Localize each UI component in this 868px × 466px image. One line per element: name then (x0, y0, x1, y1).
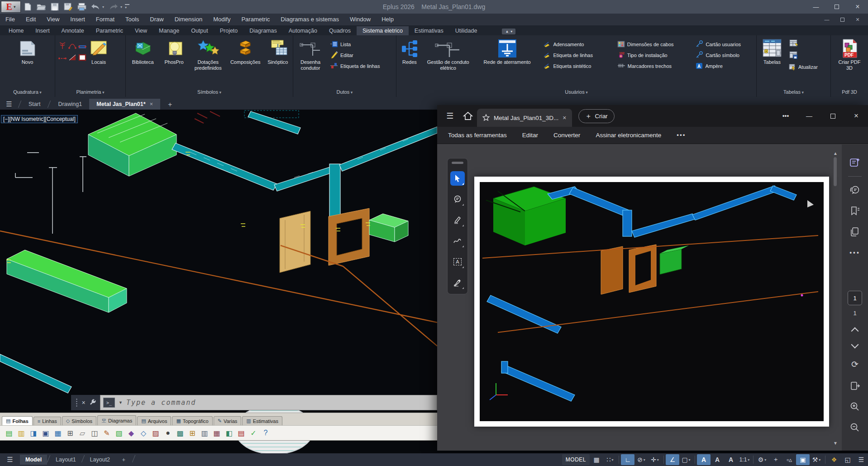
open-file-icon[interactable] (34, 1, 48, 13)
linha-dupla-icon[interactable] (78, 43, 86, 51)
ribbon-tab[interactable]: Projeto (214, 26, 244, 35)
ribbon-tab[interactable]: Manage (153, 26, 185, 35)
pdf-menu-item[interactable]: Converter (553, 132, 580, 139)
ribbon-tab[interactable]: Annotate (56, 26, 90, 35)
edit-text-tool[interactable]: A (450, 255, 465, 269)
pdf-scrollbar[interactable]: ▲ ▼ (832, 144, 839, 451)
tab-topografico[interactable]: ▦ Topográfico (172, 416, 212, 425)
status-customization-icon[interactable]: ☰ (854, 454, 868, 465)
minimize-button[interactable]: — (806, 0, 826, 14)
undo-icon[interactable] (89, 1, 102, 13)
area-icon[interactable] (79, 54, 86, 62)
ribbon-tab[interactable]: Output (185, 26, 214, 35)
pdf-menu-more-icon[interactable]: ••• (677, 132, 686, 139)
menu-item[interactable]: Dimension (169, 14, 208, 25)
pdf-page[interactable] (474, 177, 829, 427)
ribbon-tab[interactable]: Diagramas (243, 26, 282, 35)
command-history-caret-icon[interactable]: ▼ (119, 400, 123, 405)
redes-button[interactable]: Redes (399, 37, 420, 65)
doc-close-button[interactable]: × (850, 14, 865, 25)
new-drawing-tab-button[interactable]: ＋ (160, 99, 180, 110)
annotation-autoscale-icon[interactable]: A (711, 454, 724, 465)
locais-button[interactable]: Locais (89, 37, 108, 65)
usuarios-row-button[interactable]: Adensamento (543, 39, 613, 50)
pdf-tab-close-icon[interactable]: × (563, 114, 566, 121)
ribbon-tab[interactable]: Quadros (323, 26, 357, 35)
ribbon-tab[interactable]: Parametric (90, 26, 129, 35)
panel-label-dutos[interactable]: Dutos (293, 88, 396, 97)
new-file-icon[interactable] (21, 1, 34, 13)
quick-measure-icon[interactable]: ＋ (769, 454, 782, 465)
annotation-monitor-icon[interactable]: A (724, 454, 738, 465)
command-line-grip[interactable] (76, 398, 78, 407)
tabelas-button[interactable]: Tabelas (759, 37, 785, 65)
composicoes-button[interactable]: Composições (229, 37, 262, 65)
arco-icon[interactable] (68, 42, 76, 51)
layout2-tab[interactable]: Layout2 (85, 455, 115, 465)
tipo-instalacao-button[interactable]: 102 Tipo de instalação (617, 50, 692, 61)
select-tool[interactable] (450, 171, 465, 186)
layout1-tab[interactable]: Layout1 (50, 455, 81, 465)
ribbon-tab[interactable]: Home (3, 26, 29, 35)
vistas-icon[interactable]: ▥ (199, 428, 210, 438)
customization-wrench-icon[interactable]: ⚒▾ (810, 454, 823, 465)
redo-icon[interactable] (107, 1, 120, 13)
mover-icon[interactable]: ▩ (175, 428, 186, 438)
snap-mode-icon[interactable]: ∷▾ (603, 454, 617, 465)
texto-icon[interactable]: ▨ (150, 428, 161, 438)
pdf-close-button[interactable]: × (844, 105, 868, 127)
biblioteca-button[interactable]: Biblioteca (128, 37, 157, 65)
annotation-scale-button[interactable]: 1:1▾ (738, 454, 751, 465)
menu-item[interactable]: Insert (65, 14, 91, 25)
rail-more-icon[interactable]: ••• (847, 245, 863, 261)
isometric-drafting-icon[interactable]: ✛▾ (648, 454, 662, 465)
exportar-icon[interactable]: ◧ (224, 428, 234, 438)
maximize-button[interactable] (826, 0, 847, 14)
menu-item[interactable]: Edit (20, 14, 41, 25)
isolate-objects-icon[interactable]: ▫▵ (782, 454, 796, 465)
panel-label-usuarios[interactable]: Usuários (396, 88, 756, 97)
tools-drag-handle[interactable] (452, 162, 463, 164)
pdf-minimize-button[interactable]: — (797, 105, 821, 127)
grade-icon[interactable]: ▦ (211, 428, 222, 438)
menu-item[interactable]: View (41, 14, 65, 25)
comments-panel-icon[interactable] (847, 182, 863, 198)
editar-dutos-button[interactable]: Editar (330, 50, 380, 61)
desenha-condutor-button[interactable]: Desenha condutor (296, 37, 325, 71)
panel-label-simbolos[interactable]: Símbolos (126, 88, 293, 97)
status-menu-icon[interactable]: ☰ (0, 456, 20, 464)
polar-tracking-icon[interactable]: ⊘▾ (634, 454, 648, 465)
tab-simbolos[interactable]: ◇ Símbolos (62, 416, 96, 425)
tab-linhas[interactable]: ≡ Linhas (33, 417, 61, 425)
usuarios-row-button[interactable]: Etiqueta de linhas (543, 50, 613, 61)
salvar-folha-icon[interactable]: ▣ (40, 428, 51, 438)
menu-item[interactable]: Diagramas e sistemas (275, 14, 344, 25)
next-page-icon[interactable] (851, 341, 859, 349)
selecao-icon[interactable]: ◫ (89, 428, 100, 438)
current-page-input[interactable]: 1 (848, 291, 862, 305)
blocos-icon[interactable]: ◆ (126, 428, 137, 438)
lista-folhas-icon[interactable]: ▦ (52, 428, 63, 438)
rampa-icon[interactable] (69, 54, 76, 62)
ribbon-tab[interactable]: View (129, 26, 153, 35)
ortho-mode-icon[interactable]: ∟ (621, 454, 634, 465)
close-button[interactable]: × (847, 0, 868, 14)
fill-sign-tool[interactable] (450, 275, 465, 290)
tab-folhas[interactable]: ▤ Folhas (2, 416, 33, 425)
ribbon-tab[interactable]: Insert (29, 26, 55, 35)
ajuda-icon[interactable]: ? (260, 428, 271, 438)
tab-estimativas[interactable]: ▥ Estimativas (242, 416, 282, 425)
object-snap-tracking-icon[interactable]: ∠ (666, 454, 679, 465)
drawing-tabs-menu-icon[interactable]: ☰ (0, 99, 18, 110)
new-layout-button[interactable]: ＋ (115, 454, 132, 466)
workspace-gear-icon[interactable]: ⚙▾ (755, 454, 769, 465)
scroll-down-icon[interactable]: ▼ (833, 441, 838, 446)
app-menu-button[interactable]: E ▾ (1, 1, 21, 13)
margens-icon[interactable]: ▱ (77, 428, 88, 438)
imprimir-icon[interactable]: ⊞ (65, 428, 76, 438)
nova-folha-icon[interactable]: ▤ (4, 428, 14, 438)
viewport-controls-label[interactable]: [−][NW Isometric][Conceptual] (1, 115, 78, 123)
menu-item[interactable]: File (0, 14, 20, 25)
plot-icon[interactable] (75, 1, 89, 13)
panel-label-planimetria[interactable]: Planimetria (55, 88, 125, 97)
